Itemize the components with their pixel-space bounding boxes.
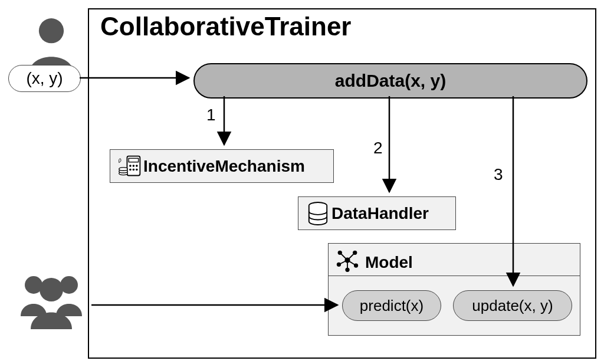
svg-point-3: [129, 165, 132, 167]
step-2-label: 2: [373, 139, 383, 158]
network-icon: [336, 248, 359, 276]
step-3-label: 3: [494, 165, 503, 184]
users-icon: [10, 270, 93, 332]
money-calc-icon: [116, 154, 143, 179]
svg-point-19: [338, 251, 342, 255]
svg-rect-2: [129, 158, 138, 162]
data-handler-box: DataHandler: [298, 196, 456, 230]
svg-point-18: [344, 257, 350, 263]
add-data-label: addData(x, y): [335, 71, 446, 91]
add-data-method: addData(x, y): [193, 63, 587, 99]
user-data-text: (x, y): [26, 69, 63, 88]
datahandler-label: DataHandler: [331, 204, 429, 223]
svg-point-26: [40, 278, 63, 301]
database-icon: [304, 201, 331, 226]
model-box: Model: [328, 243, 580, 336]
svg-point-22: [354, 263, 358, 267]
svg-point-0: [39, 18, 64, 43]
model-divider: [329, 276, 580, 276]
incentive-label: IncentiveMechanism: [143, 157, 305, 176]
svg-point-4: [133, 165, 135, 167]
svg-point-21: [337, 263, 341, 267]
user-data-capsule: (x, y): [8, 65, 81, 92]
predict-label: predict(x): [360, 297, 424, 315]
svg-point-8: [136, 168, 138, 170]
trainer-title: CollaborativeTrainer: [100, 12, 351, 41]
diagram-stage: CollaborativeTrainer (x, y) addData(x, y…: [0, 0, 604, 364]
step-1-label: 1: [206, 106, 216, 124]
svg-point-5: [136, 165, 138, 167]
svg-point-11: [119, 167, 128, 170]
svg-point-6: [129, 168, 132, 170]
model-label: Model: [365, 253, 413, 272]
incentive-mechanism-box: IncentiveMechanism: [110, 149, 334, 183]
predict-method: predict(x): [342, 290, 441, 321]
svg-point-23: [345, 268, 349, 272]
update-method: update(x, y): [453, 290, 572, 321]
svg-point-7: [133, 168, 135, 170]
svg-point-20: [353, 251, 357, 255]
update-label: update(x, y): [472, 297, 553, 315]
